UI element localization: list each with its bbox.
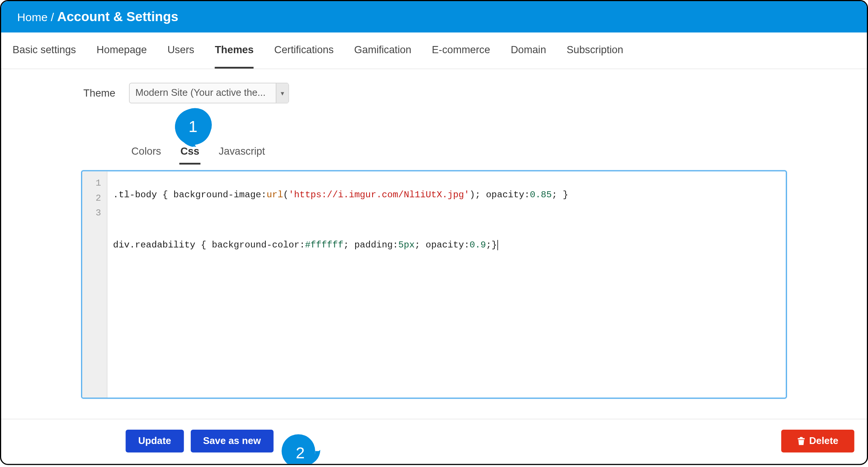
- tab-gamification[interactable]: Gamification: [354, 32, 411, 68]
- tab-users[interactable]: Users: [167, 32, 194, 68]
- tab-domain[interactable]: Domain: [511, 32, 546, 68]
- main-tabs: Basic settings Homepage Users Themes Cer…: [1, 32, 867, 69]
- tab-certifications[interactable]: Certifications: [274, 32, 334, 68]
- line-number: 3: [82, 206, 107, 220]
- breadcrumb-home[interactable]: Home: [17, 11, 48, 23]
- delete-button-label: Delete: [809, 435, 838, 447]
- subtab-css[interactable]: Css: [179, 141, 201, 164]
- breadcrumb: Home / Account & Settings: [1, 1, 867, 32]
- theme-row: Theme Modern Site (Your active the... ▼: [81, 83, 787, 104]
- line-number: 1: [82, 176, 107, 190]
- theme-subtabs: 1 Colors Css Javascript: [130, 141, 787, 164]
- subtab-colors[interactable]: Colors: [130, 141, 162, 164]
- app-window: Home / Account & Settings Basic settings…: [0, 0, 868, 465]
- tab-themes[interactable]: Themes: [215, 32, 254, 68]
- footer-actions: Update Save as new 2 Delete: [1, 419, 867, 464]
- page-title: Account & Settings: [57, 9, 178, 24]
- text-cursor: [497, 240, 498, 250]
- tab-homepage[interactable]: Homepage: [97, 32, 147, 68]
- svg-point-2: [281, 434, 315, 465]
- save-as-new-button[interactable]: Save as new: [190, 430, 273, 453]
- editor-gutter: 1 2 3: [82, 171, 107, 398]
- trash-icon: [797, 436, 805, 445]
- annotation-2: 2: [280, 433, 320, 465]
- theme-label: Theme: [81, 87, 115, 99]
- update-button[interactable]: Update: [126, 430, 184, 453]
- tab-ecommerce[interactable]: E-commerce: [432, 32, 490, 68]
- tab-basic-settings[interactable]: Basic settings: [12, 32, 76, 68]
- subtab-javascript[interactable]: Javascript: [218, 141, 266, 164]
- breadcrumb-sep: /: [51, 11, 54, 23]
- theme-select-value: Modern Site (Your active the...: [130, 88, 276, 99]
- line-number: 2: [82, 191, 107, 206]
- tab-subscription[interactable]: Subscription: [567, 32, 623, 68]
- chevron-down-icon: ▼: [276, 83, 288, 103]
- editor-content[interactable]: .tl-body { background-image:url('https:/…: [107, 171, 786, 398]
- svg-point-1: [178, 108, 212, 141]
- svg-point-0: [177, 109, 209, 141]
- theme-select[interactable]: Modern Site (Your active the... ▼: [129, 83, 289, 104]
- delete-button[interactable]: Delete: [781, 430, 854, 453]
- content-area: Theme Modern Site (Your active the... ▼ …: [1, 69, 867, 419]
- code-editor[interactable]: 1 2 3 .tl-body { background-image:url('h…: [81, 170, 787, 399]
